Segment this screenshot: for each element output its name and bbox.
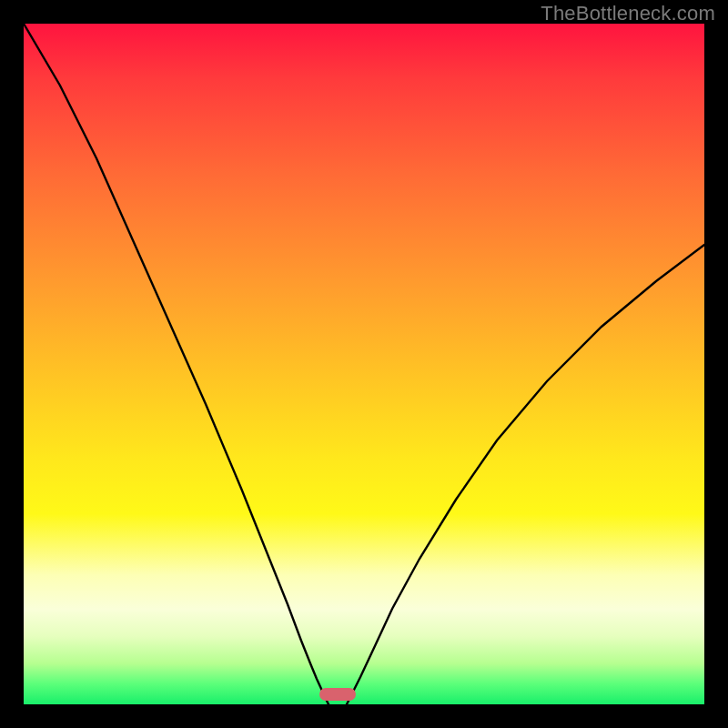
curve-svg <box>24 24 704 704</box>
plot-area <box>24 24 704 704</box>
curve-right-branch <box>347 245 704 704</box>
bottleneck-marker <box>319 688 356 701</box>
chart-frame: TheBottleneck.com <box>0 0 728 728</box>
curve-left-branch <box>24 24 329 704</box>
watermark-text: TheBottleneck.com <box>541 2 715 25</box>
